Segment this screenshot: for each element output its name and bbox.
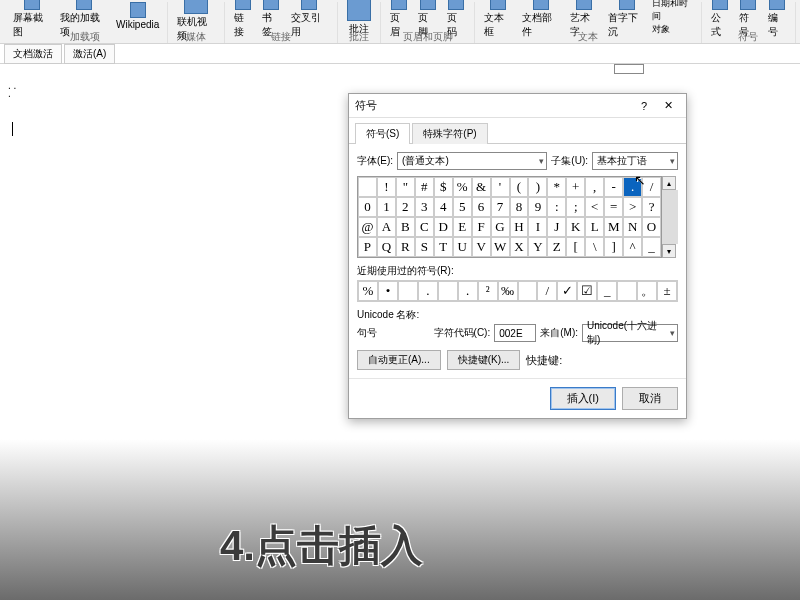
cancel-button[interactable]: 取消 — [622, 387, 678, 410]
symbol-cell[interactable]: * — [547, 177, 566, 197]
symbol-cell[interactable]: 2 — [396, 197, 415, 217]
symbol-cell[interactable]: / — [642, 177, 661, 197]
from-combo[interactable]: Unicode(十六进制) — [582, 324, 678, 342]
symbol-cell[interactable]: M — [604, 217, 623, 237]
tab-symbols[interactable]: 符号(S) — [355, 123, 410, 144]
symbol-cell[interactable]: ! — [377, 177, 396, 197]
symbol-cell[interactable]: Q — [377, 237, 396, 257]
symbol-cell[interactable]: < — [585, 197, 604, 217]
recent-symbol-cell[interactable] — [518, 281, 538, 301]
symbol-cell[interactable]: K — [566, 217, 585, 237]
symbol-cell[interactable]: ; — [566, 197, 585, 217]
symbol-cell[interactable]: G — [491, 217, 510, 237]
object-button[interactable]: 对象 — [652, 23, 694, 36]
recent-symbol-cell[interactable]: ☑ — [577, 281, 597, 301]
symbol-cell[interactable]: B — [396, 217, 415, 237]
recent-symbol-cell[interactable]: % — [358, 281, 378, 301]
recent-symbol-cell[interactable]: / — [537, 281, 557, 301]
symbol-cell[interactable]: D — [434, 217, 453, 237]
symbol-cell[interactable]: _ — [642, 237, 661, 257]
shortcut-button[interactable]: 快捷键(K)... — [447, 350, 521, 370]
symbol-cell[interactable]: ) — [528, 177, 547, 197]
symbol-cell[interactable]: E — [453, 217, 472, 237]
tab-special-chars[interactable]: 特殊字符(P) — [412, 123, 487, 144]
symbol-cell[interactable]: ^ — [623, 237, 642, 257]
symbol-cell[interactable]: : — [547, 197, 566, 217]
recent-symbol-cell[interactable]: ± — [657, 281, 677, 301]
wikipedia-button[interactable]: Wikipedia — [114, 1, 161, 31]
symbol-cell[interactable]: Z — [547, 237, 566, 257]
symbol-cell[interactable]: 9 — [528, 197, 547, 217]
symbol-cell[interactable]: P — [358, 237, 377, 257]
recent-symbol-cell[interactable]: 。 — [637, 281, 657, 301]
symbol-cell[interactable]: L — [585, 217, 604, 237]
help-button[interactable]: ? — [632, 96, 656, 116]
symbol-cell[interactable]: ? — [642, 197, 661, 217]
datetime-button[interactable]: 日期和时间 — [652, 0, 694, 23]
symbol-cell[interactable]: X — [510, 237, 529, 257]
recent-symbol-cell[interactable]: _ — [597, 281, 617, 301]
number-button[interactable]: 编号 — [765, 0, 789, 40]
recent-symbol-cell[interactable]: . — [418, 281, 438, 301]
symbol-cell[interactable]: = — [604, 197, 623, 217]
symbol-cell[interactable]: - — [604, 177, 623, 197]
insert-button[interactable]: 插入(I) — [550, 387, 616, 410]
textbox-button[interactable]: 文本框 — [481, 0, 515, 40]
close-button[interactable]: ✕ — [656, 96, 680, 116]
symbol-cell[interactable]: ( — [510, 177, 529, 197]
scroll-up-button[interactable]: ▴ — [662, 176, 676, 190]
symbol-cell[interactable]: I — [528, 217, 547, 237]
symbol-cell[interactable]: 7 — [491, 197, 510, 217]
symbol-cell[interactable]: \ — [585, 237, 604, 257]
recent-symbol-cell[interactable]: ² — [478, 281, 498, 301]
symbol-cell[interactable] — [358, 177, 377, 197]
recent-symbol-cell[interactable]: • — [378, 281, 398, 301]
scroll-down-button[interactable]: ▾ — [662, 244, 676, 258]
crossref-button[interactable]: 交叉引用 — [288, 0, 331, 40]
symbol-cell[interactable]: [ — [566, 237, 585, 257]
symbol-cell[interactable]: # — [415, 177, 434, 197]
recent-symbol-cell[interactable] — [438, 281, 458, 301]
symbol-cell[interactable]: ' — [491, 177, 510, 197]
symbol-cell[interactable]: A — [377, 217, 396, 237]
symbol-cell[interactable]: F — [472, 217, 491, 237]
symbol-cell[interactable]: W — [491, 237, 510, 257]
autocorrect-button[interactable]: 自动更正(A)... — [357, 350, 441, 370]
charcode-input[interactable] — [494, 324, 536, 342]
subset-combo[interactable]: 基本拉丁语 — [592, 152, 678, 170]
symbol-cell[interactable]: $ — [434, 177, 453, 197]
symbol-cell[interactable]: N — [623, 217, 642, 237]
screenshot-button[interactable]: 屏幕截图 — [10, 0, 53, 40]
link-button[interactable]: 链接 — [231, 0, 256, 40]
symbol-cell[interactable]: H — [510, 217, 529, 237]
dropcap-button[interactable]: 首字下沉 — [605, 0, 648, 40]
symbol-cell[interactable]: @ — [358, 217, 377, 237]
symbol-cell[interactable]: S — [415, 237, 434, 257]
grid-scrollbar[interactable]: ▴ ▾ — [662, 176, 678, 258]
font-combo[interactable]: (普通文本) — [397, 152, 547, 170]
symbol-cell[interactable]: , — [585, 177, 604, 197]
recent-symbol-cell[interactable]: ‰ — [498, 281, 518, 301]
equation-button[interactable]: 公式 — [708, 0, 732, 40]
recent-symbol-cell[interactable]: ✓ — [557, 281, 577, 301]
symbol-cell[interactable]: C — [415, 217, 434, 237]
recent-symbol-cell[interactable] — [398, 281, 418, 301]
symbol-cell[interactable]: J — [547, 217, 566, 237]
symbol-cell[interactable]: ] — [604, 237, 623, 257]
symbol-cell[interactable]: 6 — [472, 197, 491, 217]
symbol-cell[interactable]: 3 — [415, 197, 434, 217]
quickparts-button[interactable]: 文档部件 — [519, 0, 562, 40]
symbol-cell[interactable]: O — [642, 217, 661, 237]
symbol-cell[interactable]: 8 — [510, 197, 529, 217]
symbol-cell[interactable]: . — [623, 177, 642, 197]
symbol-cell[interactable]: 1 — [377, 197, 396, 217]
symbol-cell[interactable]: > — [623, 197, 642, 217]
symbol-cell[interactable]: T — [434, 237, 453, 257]
symbol-cell[interactable]: " — [396, 177, 415, 197]
recent-symbol-cell[interactable] — [617, 281, 637, 301]
symbol-cell[interactable]: Y — [528, 237, 547, 257]
recent-symbol-cell[interactable]: . — [458, 281, 478, 301]
symbol-cell[interactable]: 4 — [434, 197, 453, 217]
symbol-cell[interactable]: 5 — [453, 197, 472, 217]
symbol-cell[interactable]: & — [472, 177, 491, 197]
